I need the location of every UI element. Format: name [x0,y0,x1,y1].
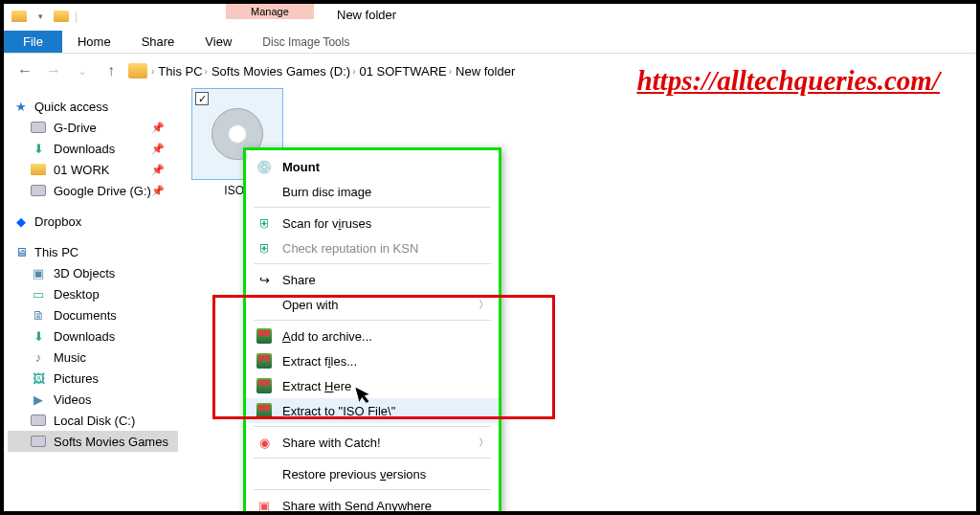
sidebar-item-videos[interactable]: ▶Videos [8,389,178,410]
cm-open-with[interactable]: Open with〉 [246,292,499,317]
up-icon[interactable]: ↑ [101,61,121,80]
sidebar-item-localdisk-c[interactable]: Local Disk (C:) [8,410,178,431]
chevron-right-icon: 〉 [479,436,489,450]
context-menu: 💿Mount Burn disc image ⛨Scan for viruses… [243,147,501,515]
back-icon[interactable]: ← [15,61,34,80]
separator [254,263,491,264]
titlebar: ▾ | Manage New folder [4,4,976,29]
sidebar-item-softs-movies[interactable]: Softs Movies Games [8,431,178,452]
documents-icon: 🗎 [31,307,46,323]
cm-mount[interactable]: 💿Mount [246,154,499,179]
folder-open-icon[interactable] [54,9,69,24]
shield-icon: ⛨ [256,214,273,232]
window-title: New folder [337,8,396,22]
contextual-tab-label: Manage [226,4,314,19]
navigation-pane: ★ Quick access G-Drive📌 ⬇Downloads📌 01 W… [4,88,182,511]
cm-share-catch[interactable]: ◉Share with Catch!〉 [246,430,499,455]
cm-burn[interactable]: Burn disc image [246,179,499,204]
winrar-icon [256,352,273,369]
pin-icon: 📌 [151,185,165,197]
breadcrumb-item: Softs Movies Games (D:) › [212,64,356,78]
winrar-icon [256,402,273,419]
tab-share[interactable]: Share [126,31,190,53]
folder-icon [31,162,46,177]
breadcrumb[interactable]: › This PC › Softs Movies Games (D:) › 01… [128,63,515,78]
sidebar-dropbox[interactable]: ◆Dropbox [8,211,178,232]
sidebar-item-01work[interactable]: 01 WORK📌 [8,159,178,180]
qat-dropdown-icon[interactable]: ▾ [33,9,48,24]
cm-send-anywhere[interactable]: ▣Share with Send Anywhere [246,493,499,515]
shield-icon: ⛨ [256,239,273,257]
sidebar-item-3dobjects[interactable]: ▣3D Objects [8,262,178,283]
chevron-right-icon[interactable]: › [205,66,208,77]
sidebar-this-pc[interactable]: 🖥This PC [8,241,178,262]
disc-icon: 💿 [256,158,273,175]
separator [254,489,491,490]
pin-icon: 📌 [151,164,165,176]
tab-home[interactable]: Home [62,31,126,53]
share-icon: ↪ [256,271,273,288]
chevron-right-icon[interactable]: › [151,66,154,77]
quick-access-toolbar: ▾ | [11,9,78,24]
checkbox-icon[interactable]: ✓ [195,92,209,105]
sidebar-item-downloads2[interactable]: ⬇Downloads [8,325,178,347]
recent-dropdown-icon[interactable]: ⌄ [73,61,92,80]
sidebar-quick-access[interactable]: ★ Quick access [8,96,178,117]
cm-extract-files[interactable]: Extract files... [246,348,499,373]
sidebar-item-documents[interactable]: 🗎Documents [8,304,178,325]
separator [254,207,491,208]
nav-arrows: ← → ⌄ ↑ [15,61,121,80]
send-anywhere-icon: ▣ [256,497,273,514]
catch-icon: ◉ [256,434,273,451]
music-icon: ♪ [31,349,46,365]
chevron-right-icon[interactable]: › [449,66,452,77]
chevron-right-icon[interactable]: › [352,66,355,77]
separator [254,426,491,427]
winrar-icon [256,327,273,345]
cm-scan-viruses[interactable]: ⛨Scan for viruses [246,211,499,235]
forward-icon[interactable]: → [44,61,63,80]
qat-sep: | [75,10,78,23]
sidebar-item-downloads[interactable]: ⬇Downloads📌 [8,138,178,159]
drive-icon [31,120,46,135]
sidebar-item-googledrive[interactable]: Google Drive (G:)📌 [8,180,178,201]
breadcrumb-item: 01 SOFTWARE › [359,64,452,78]
chevron-right-icon: 〉 [479,298,489,312]
sidebar-item-desktop[interactable]: ▭Desktop [8,283,178,304]
ribbon-tabs: File Home Share View Disc Image Tools [4,29,976,54]
folder-icon [128,63,147,78]
cm-ksn: ⛨Check reputation in KSN [246,235,499,260]
separator [254,458,491,459]
winrar-icon [256,377,273,394]
desktop-icon: ▭ [31,286,46,302]
watermark-overlay: https://alltechqueries.com/ [636,65,940,97]
disk-icon [31,413,46,428]
sidebar-item-pictures[interactable]: 🖼Pictures [8,368,178,389]
downloads-icon: ⬇ [31,141,46,156]
tab-disc-image-tools[interactable]: Disc Image Tools [247,32,365,53]
cm-restore-versions[interactable]: Restore previous versions [246,461,499,486]
folder-icon[interactable] [11,9,27,24]
tab-view[interactable]: View [189,31,247,53]
separator [254,320,491,321]
breadcrumb-item: New folder [456,64,515,78]
downloads-icon: ⬇ [31,328,46,344]
pictures-icon: 🖼 [31,370,46,386]
pin-icon: 📌 [151,122,165,134]
breadcrumb-item: This PC › [158,64,208,78]
videos-icon: ▶ [31,392,46,407]
3d-icon: ▣ [31,265,46,280]
cm-add-archive[interactable]: Add to archive... [246,324,499,348]
drive-icon [31,183,46,198]
dropbox-icon: ◆ [13,213,29,229]
tab-file[interactable]: File [4,31,62,53]
cm-share[interactable]: ↪Share [246,267,499,292]
pc-icon: 🖥 [13,244,29,259]
star-icon: ★ [13,99,29,114]
sidebar-item-gdrive[interactable]: G-Drive📌 [8,117,178,138]
sidebar-item-music[interactable]: ♪Music [8,347,178,368]
pin-icon: 📌 [151,143,165,155]
disk-icon [31,434,46,449]
